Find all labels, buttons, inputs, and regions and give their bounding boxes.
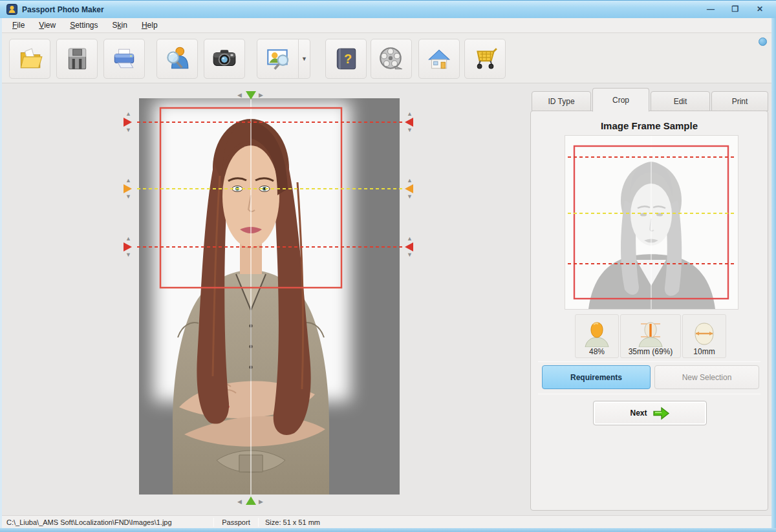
- toolbar: ▼ ?: [0, 34, 776, 83]
- home-icon: [426, 45, 453, 72]
- image-frame-sample: [565, 136, 738, 309]
- floppy-disk-icon: [63, 45, 91, 72]
- nudge-up-icon[interactable]: ▲: [407, 236, 413, 242]
- nudge-up-icon[interactable]: ▲: [125, 236, 131, 242]
- detect-face-button[interactable]: [156, 39, 198, 79]
- printer-icon: [111, 45, 138, 72]
- face-proportion-icon: [582, 321, 612, 347]
- status-image-size: Size: 51 x 51 mm: [259, 518, 327, 526]
- head-width-value: 10mm: [693, 347, 715, 356]
- chin-guide-line[interactable]: [137, 246, 404, 248]
- head-width-icon: [689, 321, 719, 347]
- requirements-button[interactable]: Requirements: [542, 365, 651, 389]
- head-width-cell: 10mm: [682, 314, 726, 358]
- chin-handle-right-icon[interactable]: [405, 242, 413, 251]
- next-button-label: Next: [630, 409, 647, 418]
- menu-help[interactable]: Help: [136, 19, 164, 32]
- print-button[interactable]: [103, 39, 145, 79]
- app-window: Passport Photo Maker — ❐ ✕ File View Set…: [0, 0, 776, 532]
- photo-canvas[interactable]: [139, 98, 400, 495]
- nudge-down-icon[interactable]: ▼: [125, 127, 131, 133]
- camera-icon: [211, 45, 238, 72]
- preview-button[interactable]: [257, 39, 299, 79]
- menu-settings[interactable]: Settings: [64, 19, 103, 32]
- window-title: Passport Photo Maker: [22, 5, 104, 14]
- nudge-down-icon[interactable]: ▼: [407, 127, 413, 133]
- save-button[interactable]: [56, 39, 98, 79]
- panel-heading: Image Frame Sample: [530, 120, 768, 131]
- nudge-right-icon[interactable]: ▶: [259, 499, 263, 505]
- new-selection-button[interactable]: New Selection: [654, 365, 759, 389]
- status-id-type: Passport: [214, 518, 258, 526]
- tab-print[interactable]: Print: [711, 91, 768, 111]
- camera-button[interactable]: [204, 39, 245, 79]
- crown-guide-line[interactable]: [137, 122, 404, 123]
- window-border-bottom: [0, 528, 776, 532]
- crown-handle-right-icon[interactable]: [405, 118, 413, 127]
- video-tutorials-button[interactable]: [371, 39, 412, 79]
- head-height-cell: 35mm (69%): [620, 314, 681, 358]
- center-handle-bottom-icon[interactable]: [246, 496, 256, 505]
- folder-open-icon: [16, 45, 43, 72]
- face-proportion-cell: 48%: [575, 314, 619, 358]
- title-bar: Passport Photo Maker — ❐ ✕: [0, 0, 776, 18]
- nudge-down-icon[interactable]: ▼: [125, 194, 131, 200]
- nudge-up-icon[interactable]: ▲: [407, 178, 413, 184]
- website-button[interactable]: [418, 39, 460, 79]
- shopping-cart-icon: [471, 45, 499, 72]
- menu-skin[interactable]: Skin: [107, 19, 133, 32]
- nudge-up-icon[interactable]: ▲: [125, 178, 131, 184]
- window-border-left: [0, 18, 2, 532]
- svg-text:?: ?: [344, 52, 352, 66]
- face-proportion-value: 48%: [589, 347, 605, 356]
- tab-edit[interactable]: Edit: [651, 91, 710, 111]
- nudge-up-icon[interactable]: ▲: [407, 111, 413, 117]
- loaded-photo: [139, 98, 400, 495]
- center-handle-top-icon[interactable]: [246, 91, 256, 100]
- head-height-icon: [636, 321, 665, 347]
- status-file-path: C:\_Liuba\_AMS Soft\Localization\FND\Ima…: [0, 518, 213, 526]
- eye-guide-line[interactable]: [137, 188, 404, 189]
- crown-handle-left-icon[interactable]: [124, 118, 132, 127]
- status-bar: C:\_Liuba\_AMS Soft\Localization\FND\Ima…: [0, 515, 776, 528]
- window-border-right: [771, 18, 776, 532]
- order-prints-button[interactable]: [464, 39, 506, 79]
- eye-handle-right-icon[interactable]: [405, 184, 413, 193]
- nudge-right-icon[interactable]: ▶: [259, 92, 263, 98]
- person-magnifier-icon: [164, 45, 191, 72]
- nudge-down-icon[interactable]: ▼: [125, 252, 131, 258]
- maximize-button[interactable]: ❐: [728, 3, 742, 15]
- eye-handle-left-icon[interactable]: [124, 184, 132, 193]
- close-button[interactable]: ✕: [753, 3, 767, 15]
- nudge-down-icon[interactable]: ▼: [407, 194, 413, 200]
- film-reel-icon: [378, 45, 405, 72]
- info-dot-icon[interactable]: [759, 37, 767, 46]
- menu-file[interactable]: File: [6, 19, 30, 32]
- minimize-button[interactable]: —: [704, 3, 718, 15]
- chin-handle-left-icon[interactable]: [124, 242, 132, 251]
- help-button[interactable]: ?: [325, 39, 367, 79]
- menu-bar: File View Settings Skin Help: [0, 18, 776, 33]
- image-magnifier-icon: [264, 45, 292, 72]
- next-button[interactable]: Next: [593, 401, 707, 425]
- tab-crop[interactable]: Crop: [592, 88, 649, 112]
- app-icon: [6, 4, 17, 15]
- open-button[interactable]: [9, 39, 50, 79]
- help-book-icon: ?: [332, 45, 360, 72]
- nudge-left-icon[interactable]: ◀: [237, 92, 242, 98]
- head-height-value: 35mm (69%): [629, 347, 673, 356]
- nudge-up-icon[interactable]: ▲: [125, 111, 131, 117]
- menu-view[interactable]: View: [33, 19, 61, 32]
- panel-separator: [538, 361, 760, 362]
- preview-dropdown-arrow[interactable]: ▼: [299, 39, 310, 79]
- green-arrow-icon: [652, 407, 670, 420]
- tab-id-type[interactable]: ID Type: [532, 91, 591, 111]
- nudge-down-icon[interactable]: ▼: [407, 252, 413, 258]
- nudge-left-icon[interactable]: ◀: [237, 499, 242, 505]
- panel-separator: [538, 394, 760, 394]
